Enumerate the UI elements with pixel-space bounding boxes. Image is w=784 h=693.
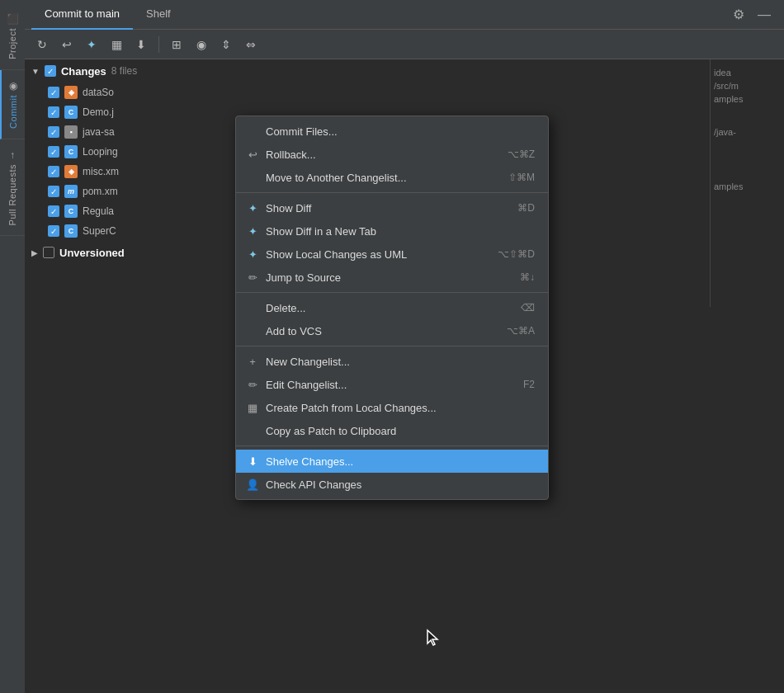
menu-item-copy-patch[interactable]: Copy as Patch to Clipboard bbox=[236, 419, 548, 442]
project-icon: ⬛ bbox=[7, 13, 19, 25]
menu-item-check-api[interactable]: 👤 Check API Changes bbox=[236, 473, 548, 496]
menu-label: Commit Files... bbox=[266, 125, 535, 138]
file-checkbox[interactable]: ✓ bbox=[48, 87, 59, 98]
file-icon-c: C bbox=[64, 106, 78, 119]
sidebar-item-project[interactable]: ⬛ Project bbox=[0, 0, 25, 70]
left-sidebar: ⬛ Project ◉ Commit ↑ Pull Requests bbox=[0, 0, 25, 693]
file-checkbox[interactable]: ✓ bbox=[48, 205, 59, 217]
menu-label: Move to Another Changelist... bbox=[266, 172, 502, 184]
sidebar-item-label: Commit bbox=[8, 95, 18, 129]
file-name: Regula bbox=[83, 205, 114, 217]
menu-label: Show Local Changes as UML bbox=[266, 248, 491, 261]
menu-label: New Changelist... bbox=[266, 356, 535, 368]
menu-shortcut: ⌘↓ bbox=[520, 271, 535, 283]
tab-commit[interactable]: Commit to main bbox=[31, 0, 133, 30]
sidebar-item-commit[interactable]: ◉ Commit bbox=[0, 70, 25, 139]
menu-label: Delete... bbox=[266, 302, 514, 314]
menu-separator-2 bbox=[236, 292, 548, 293]
path-1: idea bbox=[714, 66, 781, 79]
menu-item-commit-files[interactable]: Commit Files... bbox=[236, 120, 548, 143]
menu-item-add-vcs[interactable]: Add to VCS ⌥⌘A bbox=[236, 319, 548, 342]
expand-button[interactable]: ⇔ bbox=[240, 34, 262, 55]
menu-label: Shelve Changes... bbox=[266, 455, 535, 468]
menu-item-create-patch[interactable]: ▦ Create Patch from Local Changes... bbox=[236, 396, 548, 419]
unversioned-chevron[interactable]: ▶ bbox=[31, 248, 38, 257]
menu-shortcut: ⌥⌘Z bbox=[508, 148, 535, 160]
menu-item-edit-changelist[interactable]: ✏ Edit Changelist... F2 bbox=[236, 373, 548, 396]
refresh-button[interactable]: ↻ bbox=[31, 34, 53, 55]
shelve-changes-icon: ⬇ bbox=[246, 455, 259, 468]
unversioned-checkbox[interactable] bbox=[43, 247, 54, 258]
show-diff-icon: ✦ bbox=[246, 201, 259, 214]
menu-item-show-diff[interactable]: ✦ Show Diff ⌘D bbox=[236, 196, 548, 219]
menu-item-jump-source[interactable]: ✏ Jump to Source ⌘↓ bbox=[236, 266, 548, 289]
menu-item-move-changelist[interactable]: Move to Another Changelist... ⇧⌘M bbox=[236, 166, 548, 189]
menu-label: Add to VCS bbox=[266, 325, 500, 337]
path-2: /src/m bbox=[714, 79, 781, 92]
context-menu: Commit Files... ↩ Rollback... ⌥⌘Z Move t… bbox=[235, 116, 549, 500]
menu-item-delete[interactable]: Delete... ⌫ bbox=[236, 296, 548, 319]
file-icon-gray: ▪ bbox=[64, 125, 78, 139]
eye-button[interactable]: ◉ bbox=[191, 34, 212, 55]
menu-item-rollback[interactable]: ↩ Rollback... ⌥⌘Z bbox=[236, 143, 548, 166]
menu-label: Check API Changes bbox=[266, 478, 535, 491]
file-checkbox[interactable]: ✓ bbox=[48, 106, 59, 118]
menu-separator-3 bbox=[236, 346, 548, 346]
update-button[interactable]: ⬇ bbox=[130, 34, 152, 55]
toolbar: ↻ ↩ ✦ ▦ ⬇ ⊞ ◉ ⇕ ⇔ bbox=[25, 30, 784, 59]
group-button[interactable]: ⊞ bbox=[166, 34, 187, 55]
file-name: SuperC bbox=[83, 225, 116, 237]
copy-patch-icon bbox=[246, 424, 259, 437]
file-name: Demo.j bbox=[83, 106, 114, 118]
minimize-icon[interactable]: — bbox=[751, 7, 777, 22]
file-checkbox[interactable]: ✓ bbox=[48, 166, 59, 177]
vcs-button[interactable]: ✦ bbox=[81, 34, 102, 55]
move-icon bbox=[246, 171, 259, 184]
file-checkbox[interactable]: ✓ bbox=[48, 146, 59, 158]
path-4: /java- bbox=[714, 125, 781, 139]
file-item-datasource[interactable]: ✓ ◈ dataSo bbox=[25, 82, 784, 102]
changes-count: 8 files bbox=[111, 65, 137, 77]
edit-changelist-icon: ✏ bbox=[246, 378, 259, 391]
rollback-icon: ↩ bbox=[246, 148, 259, 161]
file-icon-c: C bbox=[64, 224, 78, 238]
unversioned-title: Unversioned bbox=[59, 247, 125, 259]
file-checkbox[interactable]: ✓ bbox=[48, 126, 59, 138]
menu-item-show-diff-tab[interactable]: ✦ Show Diff in a New Tab bbox=[236, 219, 548, 243]
right-path-panel: idea /src/m amples /java- amples bbox=[710, 59, 784, 307]
menu-separator-4 bbox=[236, 446, 548, 446]
menu-shortcut: ⌫ bbox=[521, 302, 535, 314]
tab-bar: Commit to main Shelf ⚙ — bbox=[25, 0, 784, 30]
commit-files-icon bbox=[246, 125, 259, 138]
sort-button[interactable]: ⇕ bbox=[215, 34, 237, 55]
check-api-icon: 👤 bbox=[246, 478, 259, 491]
changes-title: Changes bbox=[61, 65, 106, 78]
show-diff-tab-icon: ✦ bbox=[246, 224, 259, 238]
path-3: amples bbox=[714, 92, 781, 106]
file-icon-c: C bbox=[64, 205, 78, 218]
changes-checkbox[interactable]: ✓ bbox=[45, 65, 56, 77]
file-checkbox[interactable]: ✓ bbox=[48, 186, 59, 197]
path-spacer2 bbox=[714, 139, 781, 180]
menu-item-new-changelist[interactable]: + New Changelist... bbox=[236, 350, 548, 373]
sidebar-item-pull-requests[interactable]: ↑ Pull Requests bbox=[0, 139, 25, 236]
menu-label: Rollback... bbox=[266, 148, 501, 161]
view-button[interactable]: ▦ bbox=[106, 34, 127, 55]
changes-chevron[interactable]: ▼ bbox=[31, 67, 40, 76]
file-icon-orange: ◈ bbox=[64, 165, 78, 178]
menu-shortcut: ⌥⇧⌘D bbox=[498, 248, 535, 260]
menu-label: Show Diff bbox=[266, 202, 511, 214]
settings-icon[interactable]: ⚙ bbox=[726, 7, 751, 22]
menu-label: Copy as Patch to Clipboard bbox=[266, 425, 535, 437]
menu-label: Show Diff in a New Tab bbox=[266, 225, 535, 238]
pull-requests-icon: ↑ bbox=[10, 149, 15, 161]
file-name: misc.xm bbox=[83, 166, 119, 177]
menu-item-show-uml[interactable]: ✦ Show Local Changes as UML ⌥⇧⌘D bbox=[236, 243, 548, 266]
file-checkbox[interactable]: ✓ bbox=[48, 225, 59, 237]
menu-label: Create Patch from Local Changes... bbox=[266, 402, 535, 414]
rollback-button[interactable]: ↩ bbox=[56, 34, 78, 55]
file-name: dataSo bbox=[83, 87, 114, 98]
delete-icon bbox=[246, 301, 259, 314]
tab-shelf[interactable]: Shelf bbox=[133, 0, 184, 30]
menu-item-shelve-changes[interactable]: ⬇ Shelve Changes... bbox=[236, 450, 548, 473]
